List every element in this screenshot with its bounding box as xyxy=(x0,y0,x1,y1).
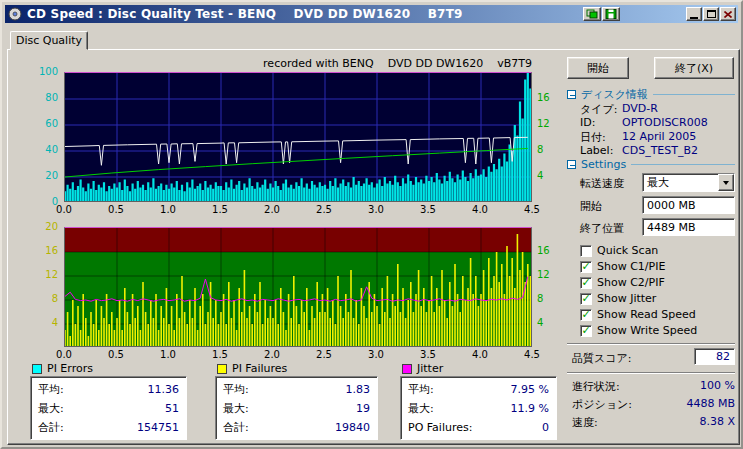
stat-value: 19840 xyxy=(335,421,370,434)
axis-tick-label: 8 xyxy=(52,293,58,305)
stat-value: 154751 xyxy=(137,421,179,434)
exit-button-label: 終了(X) xyxy=(675,61,713,76)
axis-tick-label: 12 xyxy=(537,269,550,281)
divider xyxy=(567,372,735,374)
legend-jitter: Jitter xyxy=(402,362,443,375)
axis-tick-label: 100 xyxy=(39,66,58,78)
checkbox-label: Show C2/PIF xyxy=(597,276,665,289)
transfer-speed-label: 転送速度 xyxy=(580,176,624,191)
stat-row: 平均:7.95 % xyxy=(401,380,556,399)
pie-chart-right-axis: 161284 xyxy=(535,72,559,202)
minimize-button[interactable] xyxy=(686,7,702,21)
stat-row: 合計:19840 xyxy=(216,418,377,437)
pie-errors-chart xyxy=(64,72,532,202)
checkbox-box: ✓ xyxy=(580,293,592,305)
end-position-field[interactable]: 4489 MB xyxy=(642,218,735,236)
checkbox-show-jitter[interactable]: ✓ Show Jitter xyxy=(580,292,656,305)
legend-label: Jitter xyxy=(417,362,443,375)
title-bar[interactable]: CD Speed : Disc Quality Test - BENQ DVD … xyxy=(5,5,738,23)
collapse-toggle-icon[interactable] xyxy=(567,160,576,169)
checkbox-box: ✓ xyxy=(580,261,592,273)
settings-header-label: Settings xyxy=(581,158,626,171)
field-value: 12 April 2005 xyxy=(622,130,696,145)
axis-tick-label: 4 xyxy=(52,317,58,329)
axis-tick-label: 80 xyxy=(45,92,58,104)
field-label: タイプ: xyxy=(580,102,622,117)
tab-disc-quality[interactable]: Disc Quality xyxy=(10,31,88,50)
checkbox-show-write-speed[interactable]: ✓ Show Write Speed xyxy=(580,324,697,337)
check-icon: ✓ xyxy=(581,261,590,272)
checkbox-label: Show Write Speed xyxy=(597,324,697,337)
transfer-speed-value: 最大 xyxy=(643,175,718,190)
stat-value: 51 xyxy=(165,402,179,415)
stat-row: 最大:19 xyxy=(216,399,377,418)
checkbox-label: Show C1/PIE xyxy=(597,260,665,273)
cd-speed-window: CD Speed : Disc Quality Test - BENQ DVD … xyxy=(0,0,743,449)
checkbox-show-c1-pie[interactable]: ✓ Show C1/PIE xyxy=(580,260,665,273)
checkbox-label: Quick Scan xyxy=(597,244,658,257)
stat-label: 平均: xyxy=(408,382,434,397)
axis-tick-label: 40 xyxy=(45,144,58,156)
axis-tick-label: 2.0 xyxy=(260,349,284,361)
stat-value: 7.95 % xyxy=(511,383,549,396)
checkbox-show-c2-pif[interactable]: ✓ Show C2/PIF xyxy=(580,276,665,289)
stat-label: 合計: xyxy=(38,420,64,435)
pie-chart-x-axis: 0.00.51.01.52.02.53.03.54.04.5 xyxy=(52,204,544,216)
field-label: Label: xyxy=(580,144,622,157)
collapse-toggle-icon[interactable] xyxy=(567,90,576,99)
pages-icon xyxy=(586,9,598,19)
transfer-speed-select[interactable]: 最大 xyxy=(642,173,735,192)
field-value: DVD-R xyxy=(622,102,658,117)
start-position-field[interactable]: 0000 MB xyxy=(642,196,735,214)
exit-button[interactable]: 終了(X) xyxy=(654,57,734,79)
position-label: ポジション: xyxy=(572,397,632,412)
quality-score-value: 82 xyxy=(694,348,735,365)
pif-chart-right-axis: 161284 xyxy=(535,227,559,347)
check-icon: ✓ xyxy=(581,325,590,336)
dropdown-button[interactable] xyxy=(718,174,734,191)
disc-id-row: ID:OPTODISCR008 xyxy=(580,116,735,129)
axis-tick-label: 2.0 xyxy=(260,204,284,216)
quality-score-number: 82 xyxy=(716,350,730,363)
stat-row: 最大:11.9 % xyxy=(401,399,556,418)
pi-errors-stats-box: 平均:11.36 最大:51 合計:154751 xyxy=(30,376,187,440)
axis-tick-label: 4 xyxy=(537,317,543,329)
checkbox-quick-scan[interactable]: Quick Scan xyxy=(580,244,658,257)
close-button[interactable] xyxy=(720,7,736,21)
axis-tick-label: 20 xyxy=(45,170,58,182)
pif-jitter-chart xyxy=(64,227,532,347)
axis-tick-label: 1.0 xyxy=(156,204,180,216)
axis-tick-label: 20 xyxy=(45,221,58,233)
axis-tick-label: 12 xyxy=(45,269,58,281)
axis-tick-label: 16 xyxy=(537,245,550,257)
floppy-icon xyxy=(605,9,617,19)
axis-tick-label: 3.0 xyxy=(364,349,388,361)
progress-label: 進行状況: xyxy=(572,379,620,394)
legend-swatch-2 xyxy=(402,364,412,374)
graph-copy-button[interactable] xyxy=(583,7,601,21)
pif-chart-left-axis: 20161284 xyxy=(30,227,60,347)
maximize-button[interactable] xyxy=(703,7,719,21)
stat-label: 最大: xyxy=(38,401,64,416)
position-value: 4488 MB xyxy=(686,397,735,412)
divider xyxy=(567,343,735,345)
stat-label: 平均: xyxy=(223,382,249,397)
stat-label: 最大: xyxy=(408,401,434,416)
stat-row: PO Failures:0 xyxy=(401,418,556,437)
check-icon: ✓ xyxy=(581,277,590,288)
stat-value: 11.9 % xyxy=(511,402,549,415)
disc-info-header: ディスク情報 xyxy=(567,87,735,102)
progress-value: 100 % xyxy=(700,379,735,394)
field-label: 日付: xyxy=(580,130,622,145)
end-position-label: 終了位置 xyxy=(580,221,624,236)
start-button[interactable]: 開始 xyxy=(567,57,629,79)
disc-type-row: タイプ:DVD-R xyxy=(580,102,735,117)
checkbox-show-read-speed[interactable]: ✓ Show Read Speed xyxy=(580,308,696,321)
field-label: ID: xyxy=(580,116,622,129)
checkbox-box: ✓ xyxy=(580,325,592,337)
graph-save-button[interactable] xyxy=(602,7,620,21)
legend-swatch-1 xyxy=(217,364,227,374)
progress-row: 進行状況:100 % xyxy=(572,379,735,394)
quality-score-label: 品質スコア: xyxy=(572,351,631,366)
field-value: CDS_TEST_B2 xyxy=(622,144,698,157)
